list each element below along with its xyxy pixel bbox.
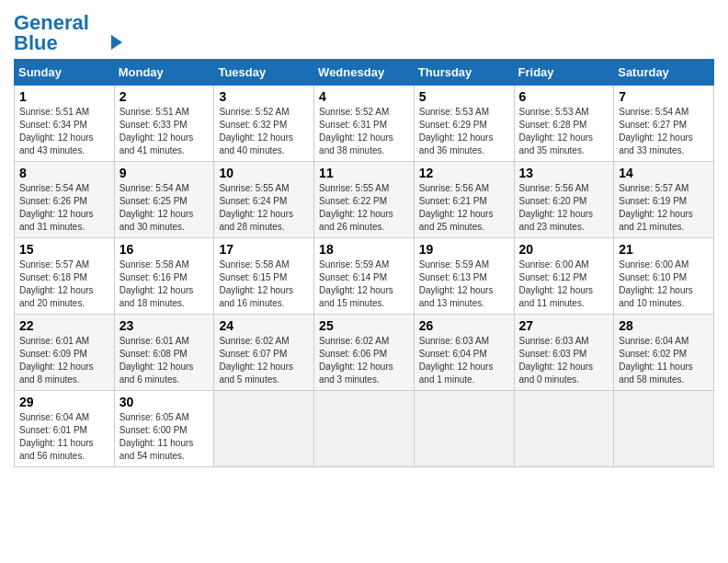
day-number: 30: [119, 395, 210, 409]
calendar-cell: [314, 391, 415, 467]
day-number: 10: [219, 166, 310, 180]
day-number: 9: [119, 166, 210, 180]
calendar-cell: 9Sunrise: 5:54 AMSunset: 6:25 PMDaylight…: [114, 162, 214, 238]
day-detail: Sunrise: 5:52 AMSunset: 6:32 PMDaylight:…: [219, 106, 310, 157]
calendar-cell: 6Sunrise: 5:53 AMSunset: 6:28 PMDaylight…: [514, 86, 614, 162]
day-number: 3: [219, 89, 310, 104]
calendar-body: 1Sunrise: 5:51 AMSunset: 6:34 PMDaylight…: [15, 86, 714, 467]
calendar-cell: 22Sunrise: 6:01 AMSunset: 6:09 PMDayligh…: [15, 315, 115, 391]
day-number: 18: [319, 242, 410, 257]
day-number: 2: [119, 89, 210, 104]
week-row-2: 8Sunrise: 5:54 AMSunset: 6:26 PMDaylight…: [15, 162, 714, 238]
calendar-cell: 30Sunrise: 6:05 AMSunset: 6:00 PMDayligh…: [114, 391, 214, 467]
day-number: 25: [319, 318, 410, 333]
header-row: SundayMondayTuesdayWednesdayThursdayFrid…: [15, 60, 714, 86]
calendar-cell: 25Sunrise: 6:02 AMSunset: 6:06 PMDayligh…: [314, 315, 415, 391]
day-detail: Sunrise: 5:56 AMSunset: 6:21 PMDaylight:…: [419, 182, 510, 234]
calendar-cell: 21Sunrise: 6:00 AMSunset: 6:10 PMDayligh…: [614, 238, 714, 315]
day-detail: Sunrise: 5:55 AMSunset: 6:22 PMDaylight:…: [319, 182, 410, 234]
day-detail: Sunrise: 5:55 AMSunset: 6:24 PMDaylight:…: [219, 182, 310, 234]
calendar-cell: 27Sunrise: 6:03 AMSunset: 6:03 PMDayligh…: [514, 315, 614, 391]
day-detail: Sunrise: 6:01 AMSunset: 6:09 PMDaylight:…: [19, 335, 110, 386]
calendar-cell: [514, 391, 614, 467]
col-header-thursday: Thursday: [414, 60, 514, 86]
header: General Blue: [14, 9, 714, 53]
col-header-saturday: Saturday: [614, 60, 714, 86]
day-number: 1: [19, 89, 110, 104]
logo: General Blue: [14, 9, 122, 53]
calendar-cell: 4Sunrise: 5:52 AMSunset: 6:31 PMDaylight…: [314, 86, 415, 162]
day-detail: Sunrise: 5:54 AMSunset: 6:25 PMDaylight:…: [119, 182, 210, 234]
calendar-cell: 3Sunrise: 5:52 AMSunset: 6:32 PMDaylight…: [214, 86, 314, 162]
col-header-sunday: Sunday: [15, 60, 115, 86]
calendar-cell: 29Sunrise: 6:04 AMSunset: 6:01 PMDayligh…: [15, 391, 115, 467]
day-detail: Sunrise: 5:51 AMSunset: 6:33 PMDaylight:…: [119, 106, 210, 157]
col-header-wednesday: Wednesday: [314, 60, 415, 86]
day-number: 5: [419, 89, 510, 104]
calendar-cell: 14Sunrise: 5:57 AMSunset: 6:19 PMDayligh…: [614, 162, 714, 238]
day-number: 14: [619, 166, 710, 180]
day-detail: Sunrise: 6:00 AMSunset: 6:10 PMDaylight:…: [619, 259, 710, 310]
calendar-cell: 18Sunrise: 5:59 AMSunset: 6:14 PMDayligh…: [314, 238, 415, 315]
day-number: 13: [519, 166, 610, 180]
day-number: 4: [319, 89, 410, 104]
calendar-cell: 1Sunrise: 5:51 AMSunset: 6:34 PMDaylight…: [15, 86, 115, 162]
day-detail: Sunrise: 5:54 AMSunset: 6:26 PMDaylight:…: [19, 182, 110, 234]
calendar-cell: 20Sunrise: 6:00 AMSunset: 6:12 PMDayligh…: [514, 238, 614, 315]
day-detail: Sunrise: 5:53 AMSunset: 6:29 PMDaylight:…: [419, 106, 510, 157]
calendar-cell: [614, 391, 714, 467]
logo-blue-text: Blue: [14, 33, 58, 53]
day-number: 11: [319, 166, 410, 180]
day-number: 22: [19, 318, 110, 333]
day-detail: Sunrise: 6:00 AMSunset: 6:12 PMDaylight:…: [519, 259, 610, 310]
day-number: 6: [519, 89, 610, 104]
day-detail: Sunrise: 5:51 AMSunset: 6:34 PMDaylight:…: [19, 106, 110, 157]
day-detail: Sunrise: 5:57 AMSunset: 6:19 PMDaylight:…: [619, 182, 710, 234]
calendar-cell: 15Sunrise: 5:57 AMSunset: 6:18 PMDayligh…: [15, 238, 115, 315]
calendar-cell: 13Sunrise: 5:56 AMSunset: 6:20 PMDayligh…: [514, 162, 614, 238]
day-detail: Sunrise: 5:59 AMSunset: 6:13 PMDaylight:…: [419, 259, 510, 310]
calendar-cell: [414, 391, 514, 467]
calendar-cell: 2Sunrise: 5:51 AMSunset: 6:33 PMDaylight…: [114, 86, 214, 162]
week-row-3: 15Sunrise: 5:57 AMSunset: 6:18 PMDayligh…: [15, 238, 714, 315]
day-detail: Sunrise: 5:54 AMSunset: 6:27 PMDaylight:…: [619, 106, 710, 157]
calendar-cell: 12Sunrise: 5:56 AMSunset: 6:21 PMDayligh…: [414, 162, 514, 238]
day-number: 7: [619, 89, 710, 104]
calendar-cell: 24Sunrise: 6:02 AMSunset: 6:07 PMDayligh…: [214, 315, 314, 391]
day-number: 27: [519, 318, 610, 333]
day-detail: Sunrise: 5:56 AMSunset: 6:20 PMDaylight:…: [519, 182, 610, 234]
col-header-monday: Monday: [114, 60, 214, 86]
calendar-cell: 19Sunrise: 5:59 AMSunset: 6:13 PMDayligh…: [414, 238, 514, 315]
day-detail: Sunrise: 5:57 AMSunset: 6:18 PMDaylight:…: [19, 259, 110, 310]
calendar-cell: 5Sunrise: 5:53 AMSunset: 6:29 PMDaylight…: [414, 86, 514, 162]
col-header-friday: Friday: [514, 60, 614, 86]
day-detail: Sunrise: 5:59 AMSunset: 6:14 PMDaylight:…: [319, 259, 410, 310]
day-detail: Sunrise: 6:02 AMSunset: 6:07 PMDaylight:…: [219, 335, 310, 386]
day-number: 29: [19, 395, 110, 409]
calendar-cell: 11Sunrise: 5:55 AMSunset: 6:22 PMDayligh…: [314, 162, 415, 238]
day-number: 26: [419, 318, 510, 333]
week-row-4: 22Sunrise: 6:01 AMSunset: 6:09 PMDayligh…: [15, 315, 714, 391]
calendar-cell: 23Sunrise: 6:01 AMSunset: 6:08 PMDayligh…: [114, 315, 214, 391]
calendar-table: SundayMondayTuesdayWednesdayThursdayFrid…: [14, 59, 714, 467]
day-detail: Sunrise: 5:53 AMSunset: 6:28 PMDaylight:…: [519, 106, 610, 157]
day-detail: Sunrise: 6:04 AMSunset: 6:01 PMDaylight:…: [19, 411, 110, 463]
day-detail: Sunrise: 5:58 AMSunset: 6:16 PMDaylight:…: [119, 259, 210, 310]
day-number: 19: [419, 242, 510, 257]
day-number: 16: [119, 242, 210, 257]
day-detail: Sunrise: 6:04 AMSunset: 6:02 PMDaylight:…: [619, 335, 710, 386]
calendar-header: SundayMondayTuesdayWednesdayThursdayFrid…: [15, 60, 714, 86]
day-number: 12: [419, 166, 510, 180]
day-number: 8: [19, 166, 110, 180]
day-detail: Sunrise: 5:58 AMSunset: 6:15 PMDaylight:…: [219, 259, 310, 310]
day-number: 23: [119, 318, 210, 333]
day-detail: Sunrise: 6:05 AMSunset: 6:00 PMDaylight:…: [119, 411, 210, 463]
week-row-5: 29Sunrise: 6:04 AMSunset: 6:01 PMDayligh…: [15, 391, 714, 467]
day-number: 20: [519, 242, 610, 257]
day-number: 28: [619, 318, 710, 333]
calendar-cell: 26Sunrise: 6:03 AMSunset: 6:04 PMDayligh…: [414, 315, 514, 391]
week-row-1: 1Sunrise: 5:51 AMSunset: 6:34 PMDaylight…: [15, 86, 714, 162]
day-number: 15: [19, 242, 110, 257]
logo-arrow-icon: [111, 35, 122, 50]
day-number: 21: [619, 242, 710, 257]
